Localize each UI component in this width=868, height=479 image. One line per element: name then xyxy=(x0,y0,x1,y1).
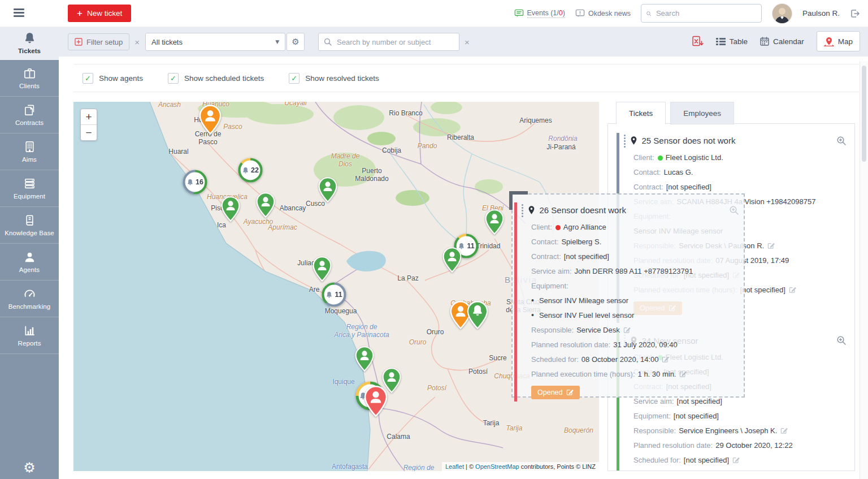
page-scrollbar[interactable] xyxy=(860,61,868,479)
ticket-field-row: Service aim:John DERR 989 A11 +877891237… xyxy=(522,267,739,275)
ticket-cluster-marker[interactable]: 22 xyxy=(237,157,263,183)
ticket-title[interactable]: 26 Sensor doesnt work xyxy=(540,205,724,215)
agent-pin-marker[interactable] xyxy=(313,256,332,282)
checkbox-show-agents[interactable]: ✓Show agents xyxy=(83,73,143,84)
ticket-search-input[interactable] xyxy=(336,37,454,47)
logout-icon[interactable] xyxy=(850,8,860,19)
agent-pin-marker[interactable] xyxy=(364,386,388,417)
tab-tickets[interactable]: Tickets xyxy=(616,102,666,124)
ticket-pin-marker[interactable] xyxy=(467,301,488,329)
view-map-button[interactable]: Map xyxy=(817,31,860,51)
field-value: 31 July 2020, 09:40 xyxy=(613,340,677,349)
zoom-out-button[interactable]: − xyxy=(81,125,97,140)
checkbox-label: Show scheduled tickets xyxy=(184,74,264,83)
sidebar-item-knowledge-base[interactable]: Knowledge Base xyxy=(0,207,59,244)
ticket-cluster-marker[interactable]: 11 xyxy=(321,282,347,308)
agent-pin-marker[interactable] xyxy=(355,346,374,372)
edit-icon[interactable] xyxy=(732,456,740,464)
okdesk-news-link[interactable]: Okdesk news xyxy=(575,8,631,18)
ticket-preset-select[interactable]: All tickets ▼ xyxy=(145,33,285,51)
edit-icon[interactable] xyxy=(566,389,574,396)
sidebar-item-tickets[interactable]: Tickets xyxy=(0,27,59,60)
cluster-count: 11 xyxy=(335,291,342,299)
events-link[interactable]: Events (1/0) xyxy=(514,8,565,18)
person-pin-icon xyxy=(355,346,374,372)
filter-setup-button[interactable]: Filter setup xyxy=(68,33,129,50)
field-value: [not specified] xyxy=(684,456,729,464)
cluster-count: 16 xyxy=(196,178,203,186)
tab-employees[interactable]: Employees xyxy=(670,102,734,124)
sidebar-item-clients[interactable]: Clients xyxy=(0,60,59,97)
documents-icon xyxy=(23,103,36,116)
sidebar-item-reports[interactable]: Reports xyxy=(0,317,59,354)
search-icon xyxy=(323,37,332,46)
sidebar-item-aims[interactable]: Aims xyxy=(0,133,59,170)
ticket-field-row: Contract:[not specified] xyxy=(624,183,847,191)
view-table-button[interactable]: Table xyxy=(716,37,748,46)
checkbox-label: Show agents xyxy=(99,74,143,83)
edit-icon[interactable] xyxy=(679,370,687,378)
field-label: Responsible: xyxy=(531,326,574,334)
edit-icon[interactable] xyxy=(767,242,775,249)
openstreetmap-link[interactable]: OpenStreetMap xyxy=(475,463,519,470)
field-label: Service aim: xyxy=(531,267,572,275)
top-bar: + New ticket Events (1/0) Okdesk news xyxy=(0,0,868,27)
person-pin-icon xyxy=(221,196,240,222)
drag-handle-icon[interactable] xyxy=(624,134,626,148)
user-avatar[interactable] xyxy=(772,3,792,24)
sidebar-item-benchmarking[interactable]: Benchmarking xyxy=(0,281,59,317)
clear-search-icon[interactable]: × xyxy=(465,37,470,47)
map-attribution: Leaflet | © OpenStreetMap contributors, … xyxy=(442,462,599,471)
status-badge-opened[interactable]: Opened xyxy=(531,386,580,399)
drag-ghost-ticket-card: 26 Sensor doesnt work Client:Agro Allian… xyxy=(514,202,739,402)
leaflet-link[interactable]: Leaflet xyxy=(445,463,464,470)
checkbox-checked-icon[interactable]: ✓ xyxy=(289,73,300,84)
export-excel-icon[interactable] xyxy=(692,36,704,47)
sidebar-item-equipment[interactable]: Equipment xyxy=(0,170,59,207)
settings-gear-icon[interactable]: ⚙ xyxy=(0,460,59,476)
zoom-to-ticket-icon[interactable] xyxy=(836,335,847,346)
scrollbar-thumb[interactable] xyxy=(862,66,866,162)
global-search-input[interactable] xyxy=(655,8,757,18)
field-label: Equipment: xyxy=(633,412,671,420)
bell-pin-icon xyxy=(467,301,488,329)
checkbox-checked-icon[interactable]: ✓ xyxy=(168,73,179,84)
ticket-cluster-marker[interactable]: 16 xyxy=(182,169,208,195)
field-value: 29 October 2020, 12:22 xyxy=(715,441,793,450)
checkbox-show-resolved-tickets[interactable]: ✓Show resolved tickets xyxy=(289,73,379,84)
agent-pin-marker[interactable] xyxy=(442,247,462,273)
checkbox-checked-icon[interactable]: ✓ xyxy=(83,73,93,84)
user-name[interactable]: Paulson R. xyxy=(802,9,840,18)
client-status-dot xyxy=(658,156,663,161)
cluster-count: 11 xyxy=(467,242,474,250)
agent-pin-marker[interactable] xyxy=(199,105,222,135)
drag-handle-icon[interactable] xyxy=(522,204,523,217)
checkbox-show-scheduled-tickets[interactable]: ✓Show scheduled tickets xyxy=(168,73,264,84)
sidebar-item-contracts[interactable]: Contracts xyxy=(0,97,59,133)
server-icon xyxy=(23,177,36,190)
clear-filter-icon[interactable]: × xyxy=(134,37,140,47)
zoom-to-ticket-icon[interactable] xyxy=(729,205,739,215)
gauge-icon xyxy=(23,287,36,300)
edit-icon[interactable] xyxy=(780,427,788,434)
edit-icon[interactable] xyxy=(662,356,669,363)
field-value: 08 October 2020, 14:00 xyxy=(581,355,659,364)
edit-icon[interactable] xyxy=(789,286,796,294)
sidebar-item-agents[interactable]: Agents xyxy=(0,244,59,281)
ticket-title[interactable]: 25 Sensor does not work xyxy=(642,136,832,145)
field-value: [not specified] xyxy=(740,471,785,471)
agent-pin-marker[interactable] xyxy=(256,192,275,218)
bar-chart-icon xyxy=(23,324,36,337)
agent-pin-marker[interactable] xyxy=(318,177,337,202)
map-filter-checkboxes: ✓Show agents✓Show scheduled tickets✓Show… xyxy=(73,64,859,92)
agent-pin-marker[interactable] xyxy=(221,196,240,222)
hamburger-menu-icon[interactable] xyxy=(14,8,24,17)
preset-settings-gear-icon[interactable]: ⚙ xyxy=(287,33,305,51)
view-calendar-button[interactable]: Calendar xyxy=(760,37,804,46)
zoom-in-button[interactable]: + xyxy=(81,109,97,125)
edit-icon[interactable] xyxy=(623,326,631,334)
field-label: Contract: xyxy=(531,252,561,261)
zoom-to-ticket-icon[interactable] xyxy=(836,136,847,146)
new-ticket-button[interactable]: + New ticket xyxy=(68,5,131,22)
agent-pin-marker[interactable] xyxy=(485,209,504,235)
